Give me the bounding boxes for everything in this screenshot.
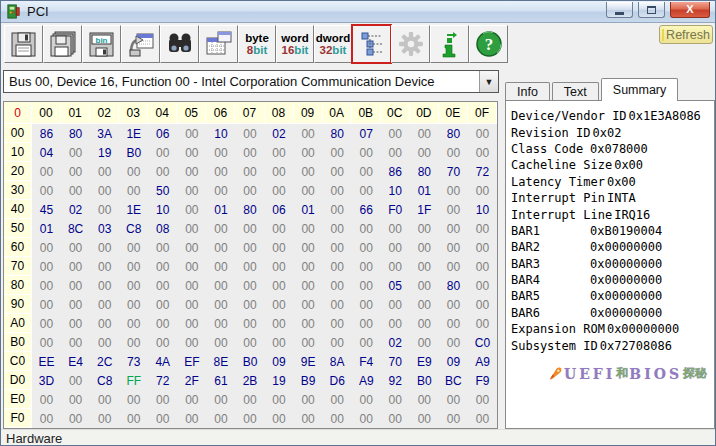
hex-cell[interactable]: B0 bbox=[410, 371, 439, 390]
hex-cell[interactable]: 00 bbox=[294, 409, 323, 428]
hex-cell[interactable]: 00 bbox=[381, 257, 410, 276]
hex-cell[interactable]: 00 bbox=[381, 314, 410, 333]
hex-cell[interactable]: C0 bbox=[468, 333, 497, 352]
hex-cell[interactable]: 00 bbox=[61, 371, 90, 390]
hex-cell[interactable]: 00 bbox=[410, 409, 439, 428]
hex-cell[interactable]: 00 bbox=[90, 162, 119, 181]
hex-cell[interactable]: 00 bbox=[235, 333, 264, 352]
hex-cell[interactable]: 00 bbox=[265, 276, 294, 295]
hex-cell[interactable]: 00 bbox=[119, 314, 148, 333]
hex-cell[interactable]: 00 bbox=[235, 276, 264, 295]
refresh-button[interactable]: Refresh bbox=[659, 25, 713, 44]
hex-cell[interactable]: 00 bbox=[323, 409, 352, 428]
hex-cell[interactable]: 1F bbox=[410, 200, 439, 219]
hex-cell[interactable]: E4 bbox=[61, 352, 90, 371]
hex-cell[interactable]: 00 bbox=[148, 143, 177, 162]
hex-cell[interactable]: 50 bbox=[148, 181, 177, 200]
hex-cell[interactable]: 00 bbox=[32, 409, 61, 428]
table-view-button[interactable] bbox=[199, 25, 238, 63]
hex-cell[interactable]: 00 bbox=[119, 295, 148, 314]
hex-cell[interactable]: 00 bbox=[148, 390, 177, 409]
find-button[interactable] bbox=[160, 25, 199, 63]
hex-cell[interactable]: 00 bbox=[468, 314, 497, 333]
hex-cell[interactable]: 00 bbox=[265, 257, 294, 276]
tab-text[interactable]: Text bbox=[552, 82, 599, 101]
hex-cell[interactable]: 00 bbox=[265, 219, 294, 238]
hex-cell[interactable]: FF bbox=[119, 371, 148, 390]
hex-cell[interactable]: 00 bbox=[265, 409, 294, 428]
hex-cell[interactable]: 00 bbox=[439, 314, 468, 333]
hex-cell[interactable]: 01 bbox=[294, 200, 323, 219]
hex-cell[interactable]: 00 bbox=[32, 162, 61, 181]
save-binary-button[interactable]: bin bbox=[82, 25, 121, 63]
tree-view-button[interactable] bbox=[352, 25, 391, 63]
hex-cell[interactable]: 00 bbox=[61, 295, 90, 314]
hex-cell[interactable]: 00 bbox=[323, 143, 352, 162]
save-all-button[interactable] bbox=[43, 25, 82, 63]
hex-cell[interactable]: 73 bbox=[119, 352, 148, 371]
hex-cell[interactable]: 00 bbox=[235, 238, 264, 257]
hex-cell[interactable]: 00 bbox=[439, 333, 468, 352]
hex-cell[interactable]: 80 bbox=[439, 124, 468, 143]
hex-cell[interactable]: 00 bbox=[32, 314, 61, 333]
hex-cell[interactable]: EE bbox=[32, 352, 61, 371]
hex-cell[interactable]: 80 bbox=[61, 124, 90, 143]
dword-mode-button[interactable]: dword 32bit bbox=[314, 25, 352, 63]
hex-cell[interactable]: 80 bbox=[439, 276, 468, 295]
hex-cell[interactable]: 00 bbox=[468, 238, 497, 257]
hex-cell[interactable]: 00 bbox=[206, 181, 235, 200]
hex-cell[interactable]: 00 bbox=[439, 219, 468, 238]
hex-cell[interactable]: 00 bbox=[410, 219, 439, 238]
info-button[interactable] bbox=[430, 25, 469, 63]
hex-cell[interactable]: 00 bbox=[381, 295, 410, 314]
hex-cell[interactable]: 00 bbox=[468, 124, 497, 143]
hex-cell[interactable]: 45 bbox=[32, 200, 61, 219]
hex-cell[interactable]: BC bbox=[439, 371, 468, 390]
hex-cell[interactable]: 00 bbox=[410, 333, 439, 352]
close-button[interactable]: X bbox=[670, 2, 710, 18]
hex-cell[interactable]: 00 bbox=[206, 257, 235, 276]
hex-cell[interactable]: 04 bbox=[32, 143, 61, 162]
hex-cell[interactable]: 00 bbox=[468, 409, 497, 428]
hex-cell[interactable]: 00 bbox=[119, 162, 148, 181]
hex-cell[interactable]: 00 bbox=[61, 276, 90, 295]
hex-cell[interactable]: 00 bbox=[323, 200, 352, 219]
hex-cell[interactable]: 00 bbox=[323, 333, 352, 352]
hex-cell[interactable]: 8E bbox=[206, 352, 235, 371]
hex-cell[interactable]: 00 bbox=[148, 333, 177, 352]
hex-cell[interactable]: 80 bbox=[235, 200, 264, 219]
hex-cell[interactable]: F4 bbox=[352, 352, 381, 371]
hex-cell[interactable]: 01 bbox=[32, 219, 61, 238]
hex-cell[interactable]: 00 bbox=[206, 390, 235, 409]
hex-cell[interactable]: 00 bbox=[410, 276, 439, 295]
hex-cell[interactable]: 00 bbox=[61, 257, 90, 276]
hex-cell[interactable]: 3A bbox=[90, 124, 119, 143]
minimize-button[interactable] bbox=[606, 2, 633, 18]
hex-cell[interactable]: 00 bbox=[235, 314, 264, 333]
hex-cell[interactable]: 00 bbox=[235, 181, 264, 200]
hex-cell[interactable]: 00 bbox=[352, 162, 381, 181]
hex-cell[interactable]: 00 bbox=[265, 295, 294, 314]
hex-cell[interactable]: 00 bbox=[468, 257, 497, 276]
hex-cell[interactable]: 00 bbox=[381, 390, 410, 409]
hex-cell[interactable]: 00 bbox=[32, 390, 61, 409]
hex-cell[interactable]: 00 bbox=[206, 295, 235, 314]
hex-cell[interactable]: 09 bbox=[265, 352, 294, 371]
hex-cell[interactable]: 00 bbox=[32, 295, 61, 314]
hex-cell[interactable]: 00 bbox=[32, 181, 61, 200]
hex-cell[interactable]: 00 bbox=[410, 124, 439, 143]
byte-mode-button[interactable]: byte 8bit bbox=[238, 25, 276, 63]
hex-cell[interactable]: 00 bbox=[381, 124, 410, 143]
hex-cell[interactable]: 02 bbox=[381, 333, 410, 352]
hex-cell[interactable]: 00 bbox=[177, 333, 206, 352]
hex-cell[interactable]: 00 bbox=[61, 314, 90, 333]
hex-cell[interactable]: 00 bbox=[61, 390, 90, 409]
hex-cell[interactable]: 00 bbox=[265, 143, 294, 162]
hex-cell[interactable]: 80 bbox=[410, 162, 439, 181]
hex-cell[interactable]: 00 bbox=[468, 390, 497, 409]
hex-cell[interactable]: 00 bbox=[90, 257, 119, 276]
hex-cell[interactable]: 00 bbox=[235, 295, 264, 314]
hex-cell[interactable]: 09 bbox=[439, 352, 468, 371]
hex-cell[interactable]: 00 bbox=[294, 162, 323, 181]
hex-cell[interactable]: 00 bbox=[206, 314, 235, 333]
